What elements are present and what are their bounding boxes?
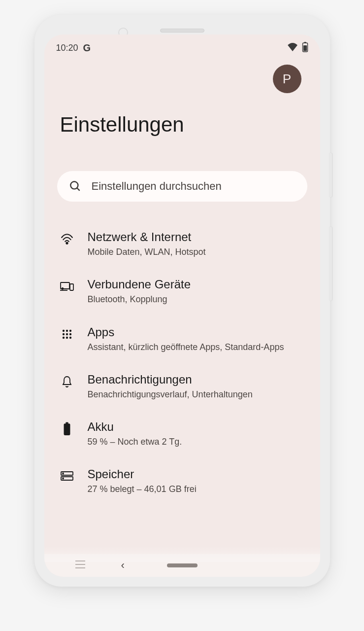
svg-point-14 (66, 333, 67, 335)
navigation-bar: ‹ (44, 554, 320, 577)
item-subtitle: Assistant, kürzlich geöffnete Apps, Stan… (88, 341, 304, 353)
item-subtitle: 27 % belegt – 46,01 GB frei (88, 483, 304, 495)
svg-line-4 (77, 188, 79, 190)
wifi-icon (287, 42, 298, 54)
svg-point-3 (70, 181, 78, 189)
wifi-icon (60, 232, 74, 246)
settings-item-devices[interactable]: Verbundene Geräte Bluetooth, Kopplung (44, 268, 320, 315)
settings-item-battery[interactable]: Akku 59 % – Noch etwa 2 Tg. (44, 410, 320, 457)
svg-rect-2 (304, 42, 306, 43)
home-handle[interactable] (167, 563, 198, 567)
google-icon: G (83, 42, 91, 54)
item-subtitle: Benachrichtigungsverlauf, Unterhaltungen (88, 388, 304, 400)
item-subtitle: 59 % – Noch etwa 2 Tg. (88, 436, 304, 448)
settings-item-network[interactable]: Netzwerk & Internet Mobile Daten, WLAN, … (44, 220, 320, 268)
battery-icon (302, 41, 308, 55)
settings-item-storage[interactable]: Speicher 27 % belegt – 46,01 GB frei (44, 457, 320, 505)
settings-item-notifications[interactable]: Benachrichtigungen Benachrichtigungsverl… (44, 363, 320, 410)
svg-point-18 (69, 336, 71, 338)
storage-icon (60, 469, 74, 483)
item-subtitle: Mobile Daten, WLAN, Hotspot (88, 246, 304, 258)
search-placeholder: Einstellungen durchsuchen (92, 180, 222, 193)
avatar-initial: P (283, 71, 291, 87)
settings-item-apps[interactable]: Apps Assistant, kürzlich geöffnete Apps,… (44, 316, 320, 363)
svg-point-11 (66, 329, 67, 331)
profile-avatar[interactable]: P (273, 65, 301, 93)
settings-list: Netzwerk & Internet Mobile Daten, WLAN, … (44, 216, 320, 509)
back-button[interactable]: ‹ (121, 559, 125, 572)
search-icon (69, 180, 82, 193)
svg-point-15 (69, 333, 71, 335)
item-title: Netzwerk & Internet (88, 230, 304, 244)
svg-rect-19 (64, 423, 70, 435)
status-bar: 10:20 G (44, 35, 320, 59)
power-button (329, 153, 332, 197)
svg-point-10 (62, 329, 64, 331)
devices-icon (60, 280, 74, 293)
svg-point-13 (62, 333, 64, 335)
speaker-grille (160, 29, 204, 33)
apps-icon (60, 327, 74, 341)
svg-rect-8 (70, 284, 73, 290)
battery-icon (60, 422, 74, 436)
item-title: Verbundene Geräte (88, 278, 304, 291)
svg-rect-20 (66, 422, 68, 424)
svg-point-16 (62, 336, 64, 338)
phone-frame: 10:20 G P Einstellungen Einstellun (34, 15, 330, 587)
item-title: Speicher (88, 467, 304, 481)
svg-point-23 (63, 473, 64, 474)
item-title: Akku (88, 420, 304, 434)
svg-point-5 (66, 243, 67, 244)
bell-icon (60, 375, 74, 388)
header: P Einstellungen (44, 59, 320, 151)
svg-rect-1 (303, 45, 307, 51)
status-time: 10:20 (56, 43, 78, 53)
recents-icon[interactable] (75, 560, 86, 571)
volume-button (329, 227, 332, 301)
svg-point-24 (63, 478, 64, 479)
search-bar[interactable]: Einstellungen durchsuchen (57, 171, 307, 202)
page-title: Einstellungen (60, 113, 304, 137)
svg-point-12 (69, 329, 71, 331)
svg-point-17 (66, 336, 67, 338)
item-subtitle: Bluetooth, Kopplung (88, 293, 304, 305)
item-title: Apps (88, 325, 304, 339)
screen: 10:20 G P Einstellungen Einstellun (44, 35, 320, 577)
item-title: Benachrichtigungen (88, 373, 304, 386)
